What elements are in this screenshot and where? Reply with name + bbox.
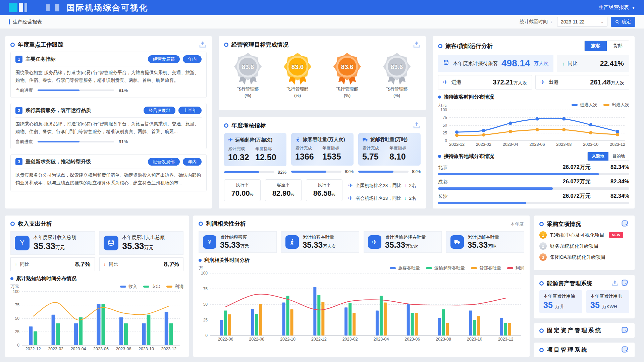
panel-title: 项目管理系统 xyxy=(547,346,588,354)
open-link-icon[interactable] xyxy=(621,279,629,287)
export-icon[interactable] xyxy=(199,41,207,49)
kpi-target-value: 8.10 xyxy=(389,152,417,162)
rate-box: 执行率 70.00% xyxy=(224,179,261,201)
task-period-tag: 上半年 xyxy=(178,107,202,114)
procurement-item-label: 财务系统优化升级项目 xyxy=(550,243,599,249)
badge-unit-label: (%) xyxy=(327,93,368,99)
export-icon[interactable] xyxy=(413,121,421,129)
money-bag-icon: ¥ xyxy=(15,236,30,250)
export-icon[interactable] xyxy=(413,41,421,49)
svg-text:50: 50 xyxy=(443,123,447,128)
svg-text:2023-02: 2023-02 xyxy=(342,337,358,342)
confirm-button[interactable]: 确定 xyxy=(611,17,635,27)
kpi-progress-percent: 82% xyxy=(278,170,286,175)
task-card: 2 践行真情服务，筑牢运行品质 经营发展部 上半年 围绕乘心如意-服务品牌，打造… xyxy=(10,103,207,149)
panel-title: 利润相关性分析 xyxy=(206,220,246,228)
chart-legend: 收入支出利润 xyxy=(120,284,183,290)
ranking-row: ✈ 全国机场排名28，同比 ↑ 2名 xyxy=(348,179,421,192)
tab-destination[interactable]: 目的地 xyxy=(608,152,629,161)
panel-income-expense: 收入支出分析 ¥ 本年度累计收入总额 35.33万元 ↑ 同比 8.7% xyxy=(5,216,189,357)
panel-title-ring-icon xyxy=(199,222,203,226)
svg-text:2023-10: 2023-10 xyxy=(583,142,598,147)
task-dept-tag: 经营发展部 xyxy=(148,55,180,63)
stat-time-label: 统计截至时间 ： xyxy=(520,19,554,25)
svg-text:2023-06: 2023-06 xyxy=(93,347,109,351)
task-period-tag: 年内 xyxy=(183,158,202,166)
svg-text:2023-06: 2023-06 xyxy=(530,142,545,147)
badge-dept-label: 飞行管理部 xyxy=(327,86,368,93)
svg-text:75: 75 xyxy=(203,287,208,291)
panel-title-ring-icon xyxy=(10,43,15,47)
kpi-progress-bar xyxy=(291,171,341,173)
panel-title-ring-icon xyxy=(224,43,228,47)
procurement-item[interactable]: 1 T3数据中心及可视化项目 NEW xyxy=(539,231,629,239)
procurement-item[interactable]: 2 财务系统优化升级项目 xyxy=(539,242,629,250)
open-link-icon[interactable] xyxy=(621,326,629,335)
export-icon[interactable] xyxy=(611,280,619,287)
logo-block xyxy=(55,4,59,11)
plane-arrival-icon: ✈ xyxy=(443,79,448,86)
procurement-item[interactable]: 3 集团OA系统优化升级项目 xyxy=(539,253,629,261)
panel-title-ring-icon xyxy=(539,328,544,333)
down-arrow-icon: ↓ xyxy=(404,196,407,201)
region-bar xyxy=(438,202,629,204)
chevron-down-icon: ⌄ xyxy=(601,20,604,24)
tab-source[interactable]: 来源地 xyxy=(588,152,608,161)
target-badge: 83.6 飞行管理部(%) xyxy=(376,52,417,99)
tab-cargo[interactable]: 货邮 xyxy=(607,41,629,51)
toolbar: 生产经营报表 统计截至时间 ： 2023-11-22 ⌄ 确定 xyxy=(0,15,644,29)
svg-text:2022-06: 2022-06 xyxy=(218,337,233,342)
expense-yoy: ↓ 同比 8.7% xyxy=(99,257,184,271)
period-label: 本年度 xyxy=(511,221,524,227)
svg-text:0: 0 xyxy=(205,333,208,338)
badge-unit-label: (%) xyxy=(277,93,318,99)
cargo-truck-icon xyxy=(450,235,464,249)
task-number-badge: 2 xyxy=(15,107,22,114)
stat-date-select[interactable]: 2023-11-22 ⌄ xyxy=(557,17,607,27)
tab-passenger[interactable]: 旅客 xyxy=(585,41,607,51)
region-percent: 82.34% xyxy=(591,164,629,170)
task-card: 3 重创新求突破，推动转型升级 经营发展部 年内 以贵宾服务分公司为试点，探索建… xyxy=(10,154,207,191)
open-link-icon[interactable] xyxy=(621,346,629,354)
kpi-progress-bar xyxy=(224,171,274,173)
panel-title-ring-icon xyxy=(438,44,442,48)
down-arrow-icon: ↓ xyxy=(104,262,106,267)
passenger-cargo-tabs: 旅客 货邮 xyxy=(584,41,629,51)
cargo-truck-icon xyxy=(362,137,368,142)
svg-text:2023-04: 2023-04 xyxy=(503,142,518,147)
svg-text:2022-10: 2022-10 xyxy=(280,337,296,342)
chevron-down-icon: ▼ xyxy=(632,6,635,10)
passenger-time-chart: 02550751002022-122023-022023-042023-0620… xyxy=(438,108,629,147)
panel-title: 固定资产管理系统 xyxy=(547,327,602,334)
income-card: ¥ 本年度累计收入总额 35.33万元 ↑ 同比 8.7% xyxy=(10,231,95,271)
svg-text:2022-12: 2022-12 xyxy=(311,337,327,342)
target-badge: 83.6 飞行管理部(%) xyxy=(327,52,368,99)
expense-yoy-value: 8.7% xyxy=(164,260,179,268)
panel-title-ring-icon xyxy=(539,222,544,226)
kpi-card-cargo: 货邮吞吐量(万吨) 累计完成5.75 年度指标8.10 82% xyxy=(358,133,421,175)
svg-text:100: 100 xyxy=(13,290,19,294)
report-nav-dropdown[interactable]: 生产经营报表 ▼ xyxy=(599,4,635,11)
subtitle-dot-icon xyxy=(10,277,13,280)
plane-icon: ✈ xyxy=(348,182,353,189)
region-percent: 82.34% xyxy=(591,193,629,199)
panel-title: 经营管理目标完成情况 xyxy=(231,41,288,49)
rate-box: 客座率 82.90% xyxy=(265,179,302,201)
medal-icon: 83.6 xyxy=(282,52,313,86)
region-name: 成都 xyxy=(438,179,540,185)
open-link-icon[interactable] xyxy=(621,220,629,228)
region-name: 长沙 xyxy=(438,193,540,199)
region-value: 26.072万元 xyxy=(540,164,591,171)
svg-text:2023-08: 2023-08 xyxy=(556,142,572,147)
target-badges: 83.6 飞行管理部(%) 83.6 飞行管理部(%) xyxy=(219,52,426,99)
progress-bar xyxy=(38,141,114,142)
income-value: 35.33 xyxy=(34,241,55,251)
progress-label: 当前进度 xyxy=(15,87,33,94)
rate-value: 70.00 xyxy=(231,189,250,197)
coins-icon xyxy=(104,236,118,250)
chart-legend: 旅客吞吐量运输起降吞吐量货邮吞吐量利润 xyxy=(390,265,524,271)
fuel-usage-value: 35 xyxy=(543,300,553,310)
income-structure-chart: 02550751002022-122023-022023-042023-0620… xyxy=(10,290,183,352)
inbound-stat: ✈ 进港 372.21万人次 xyxy=(438,75,532,89)
svg-text:2023-12: 2023-12 xyxy=(161,347,176,351)
